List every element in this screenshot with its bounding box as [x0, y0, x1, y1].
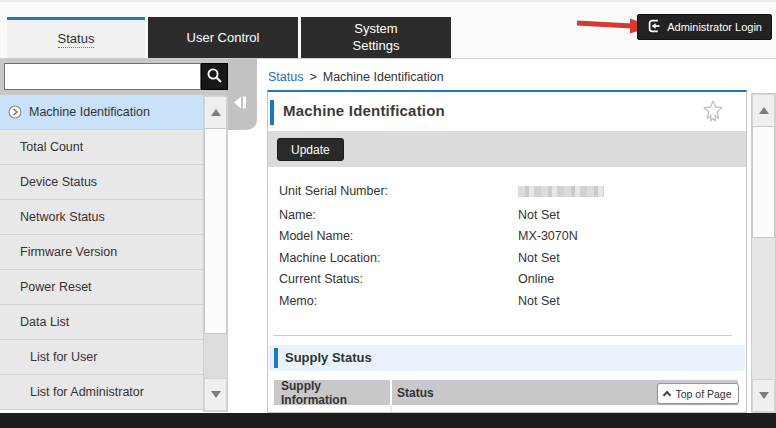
triangle-up-icon — [759, 107, 769, 114]
top-bar: Status User Control System Settings Admi… — [0, 0, 776, 59]
sidebar-scrollbar-thumb[interactable] — [204, 128, 227, 334]
field-label: Name: — [279, 205, 518, 227]
tab-user-control[interactable]: User Control — [148, 17, 298, 58]
sidebar-item-label: Network Status — [20, 210, 105, 224]
breadcrumb-current: Machine Identification — [323, 70, 444, 84]
sidebar-item-label: Machine Identification — [29, 105, 150, 119]
breadcrumb: Status > Machine Identification — [268, 70, 444, 84]
field-value: MX-3070N — [518, 226, 578, 248]
breadcrumb-separator: > — [309, 70, 316, 84]
sidebar-item-label: Device Status — [20, 175, 97, 189]
chevron-right-circle-icon — [8, 105, 22, 119]
top-of-page-label: Top of Page — [675, 388, 731, 400]
column-header-status: Status — [392, 386, 434, 400]
section-divider — [273, 335, 732, 336]
page-title: Machine Identification — [283, 102, 445, 119]
tab-status[interactable]: Status — [7, 17, 145, 58]
sidebar-item-list-for-administrator[interactable]: List for Administrator — [0, 375, 203, 410]
sidebar-item-device-status[interactable]: Device Status — [0, 165, 203, 200]
content-scroll-down-button[interactable] — [752, 379, 775, 412]
table-row-black-toner: Black Toner Over 75% — [274, 405, 738, 413]
sidebar-item-list-for-user[interactable]: List for User — [0, 340, 203, 375]
redacted-serial-number — [518, 186, 604, 197]
tab-user-control-label: User Control — [187, 30, 260, 45]
update-button[interactable]: Update — [277, 138, 344, 161]
content-scrollbar-thumb[interactable] — [752, 126, 775, 238]
sidebar-item-label: Firmware Version — [20, 245, 117, 259]
supply-status-header: Supply Status — [269, 345, 745, 371]
field-row: Model Name: MX-3070N — [279, 226, 604, 248]
star-bookmark-icon[interactable] — [700, 98, 726, 128]
supply-accent-bar — [274, 348, 278, 368]
title-accent-bar — [270, 100, 274, 125]
field-value: Not Set — [518, 291, 560, 313]
tab-status-label: Status — [58, 31, 95, 48]
sidebar-collapse-handle[interactable] — [226, 59, 257, 130]
field-label: Current Status: — [279, 269, 518, 291]
supply-level-cell — [499, 405, 738, 413]
content-scroll-up-button[interactable] — [752, 94, 775, 127]
tab-system-settings-label: System Settings — [344, 21, 408, 55]
sidebar-item-label: Power Reset — [20, 280, 92, 294]
supply-status-title: Supply Status — [285, 350, 372, 365]
administrator-login-button[interactable]: Administrator Login — [637, 14, 772, 40]
search-input[interactable] — [4, 63, 201, 90]
field-row: Memo: Not Set — [279, 291, 604, 313]
login-arrow-icon — [647, 19, 661, 35]
sidebar-item-data-list[interactable]: Data List — [0, 305, 203, 340]
field-label: Unit Serial Number: — [279, 181, 518, 205]
search-icon — [206, 67, 223, 87]
field-row: Machine Location: Not Set — [279, 248, 604, 270]
triangle-down-icon — [759, 392, 769, 399]
field-label: Machine Location: — [279, 248, 518, 270]
chevron-up-icon — [663, 391, 671, 399]
sidebar-scrollbar[interactable] — [203, 95, 228, 412]
supply-name-cell: Black Toner — [274, 405, 392, 413]
sidebar-item-network-status[interactable]: Network Status — [0, 200, 203, 235]
sidebar-scroll-down-button[interactable] — [204, 378, 227, 411]
field-row: Unit Serial Number: — [279, 181, 604, 205]
field-label: Model Name: — [279, 226, 518, 248]
column-header-supply-information: Supply Information — [274, 380, 392, 405]
sidebar-item-power-reset[interactable]: Power Reset — [0, 270, 203, 305]
tab-system-settings[interactable]: System Settings — [301, 17, 451, 58]
field-value — [518, 181, 604, 205]
bottom-bar — [0, 413, 776, 428]
field-label: Memo: — [279, 291, 518, 313]
sidebar-item-total-count[interactable]: Total Count — [0, 130, 203, 165]
field-value: Not Set — [518, 248, 560, 270]
administrator-login-label: Administrator Login — [667, 21, 762, 33]
content-scrollbar[interactable] — [751, 93, 776, 413]
machine-identification-panel: Machine Identification Update Unit Seria… — [267, 90, 747, 413]
search-button[interactable] — [201, 63, 228, 90]
sidebar-item-firmware-version[interactable]: Firmware Version — [0, 235, 203, 270]
sidebar-item-label: List for Administrator — [30, 385, 144, 399]
field-row: Current Status: Online — [279, 269, 604, 291]
sidebar-item-label: List for User — [30, 350, 97, 364]
machine-fields: Unit Serial Number: Name: Not Set Model … — [279, 181, 604, 312]
sidebar-item-label: Data List — [20, 315, 69, 329]
sidebar-scroll-up-button[interactable] — [204, 96, 227, 129]
field-value: Online — [518, 269, 554, 291]
sidebar-item-label: Total Count — [20, 140, 83, 154]
sidebar-menu: Machine Identification Total Count Devic… — [0, 95, 203, 410]
triangle-down-icon — [211, 391, 221, 398]
breadcrumb-status-link[interactable]: Status — [268, 70, 303, 84]
panel-toolbar: Update — [268, 131, 746, 167]
sidebar-item-machine-identification[interactable]: Machine Identification — [0, 95, 203, 130]
triangle-up-icon — [211, 109, 221, 116]
field-value: Not Set — [518, 205, 560, 227]
top-of-page-button[interactable]: Top of Page — [657, 383, 739, 404]
field-row: Name: Not Set — [279, 205, 604, 227]
